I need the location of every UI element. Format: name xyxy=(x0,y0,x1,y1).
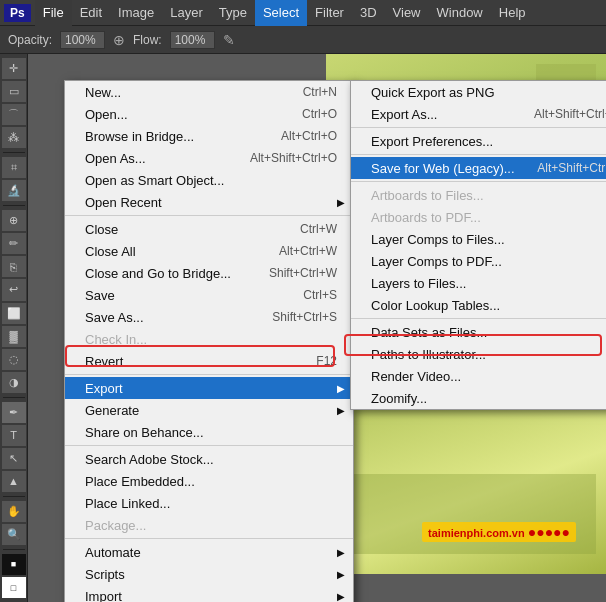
menu-image[interactable]: Image xyxy=(110,0,162,26)
tool-eyedropper[interactable]: 🔬 xyxy=(2,180,26,201)
menu-revert[interactable]: RevertF12 xyxy=(65,350,353,372)
secondary-bar: Opacity: 100% ⊕ Flow: 100% ✎ xyxy=(0,26,606,54)
export-layer-comps-pdf[interactable]: Layer Comps to PDF... xyxy=(351,250,606,272)
tool-stamp[interactable]: ⎘ xyxy=(2,256,26,277)
opacity-label: Opacity: xyxy=(8,33,52,47)
ps-logo: Ps xyxy=(4,4,31,22)
menu-3d[interactable]: 3D xyxy=(352,0,385,26)
export-preferences[interactable]: Export Preferences... xyxy=(351,130,606,152)
menu-scripts[interactable]: Scripts▶ xyxy=(65,563,353,585)
tool-zoom[interactable]: 🔍 xyxy=(2,524,26,545)
export-artboards-files: Artboards to Files... xyxy=(351,184,606,206)
export-save-for-web[interactable]: Save for Web (Legacy)...Alt+Shift+Ctrl+S xyxy=(351,157,606,179)
opacity-icon: ⊕ xyxy=(113,32,125,48)
menu-place-embedded[interactable]: Place Embedded... xyxy=(65,470,353,492)
tool-hand[interactable]: ✋ xyxy=(2,501,26,522)
tool-heal[interactable]: ⊕ xyxy=(2,210,26,231)
menu-import[interactable]: Import▶ xyxy=(65,585,353,602)
tool-move[interactable]: ✛ xyxy=(2,58,26,79)
tool-path-select[interactable]: ↖ xyxy=(2,448,26,469)
export-render-video[interactable]: Render Video... xyxy=(351,365,606,387)
menu-search-stock[interactable]: Search Adobe Stock... xyxy=(65,448,353,470)
flow-icon: ✎ xyxy=(223,32,235,48)
menu-new[interactable]: New...Ctrl+N xyxy=(65,81,353,103)
menu-export[interactable]: Export▶ xyxy=(65,377,353,399)
menu-save-as[interactable]: Save As...Shift+Ctrl+S xyxy=(65,306,353,328)
toolbar: ✛ ▭ ⌒ ⁂ ⌗ 🔬 ⊕ ✏ ⎘ ↩ ⬜ ▓ ◌ ◑ ✒ T ↖ ▲ ✋ 🔍 … xyxy=(0,54,28,602)
menu-filter[interactable]: Filter xyxy=(307,0,352,26)
tool-background-color[interactable]: □ xyxy=(2,577,26,598)
export-submenu: Quick Export as PNG Export As...Alt+Shif… xyxy=(350,80,606,410)
menu-share-behance[interactable]: Share on Behance... xyxy=(65,421,353,443)
tool-lasso[interactable]: ⌒ xyxy=(2,104,26,125)
menu-layer[interactable]: Layer xyxy=(162,0,211,26)
menu-browse-bridge[interactable]: Browse in Bridge...Alt+Ctrl+O xyxy=(65,125,353,147)
opacity-value[interactable]: 100% xyxy=(60,31,105,49)
menu-open-as[interactable]: Open As...Alt+Shift+Ctrl+O xyxy=(65,147,353,169)
tool-history[interactable]: ↩ xyxy=(2,279,26,300)
menu-open-smart[interactable]: Open as Smart Object... xyxy=(65,169,353,191)
main-area: ✛ ▭ ⌒ ⁂ ⌗ 🔬 ⊕ ✏ ⎘ ↩ ⬜ ▓ ◌ ◑ ✒ T ↖ ▲ ✋ 🔍 … xyxy=(0,54,606,602)
export-as[interactable]: Export As...Alt+Shift+Ctrl+W xyxy=(351,103,606,125)
menu-save[interactable]: SaveCtrl+S xyxy=(65,284,353,306)
menu-help[interactable]: Help xyxy=(491,0,534,26)
menu-bar: Ps File Edit Image Layer Type Select Fil… xyxy=(0,0,606,26)
tool-foreground-color[interactable]: ■ xyxy=(2,554,26,575)
menu-package: Package... xyxy=(65,514,353,536)
menu-file[interactable]: File xyxy=(35,0,72,26)
menu-open[interactable]: Open...Ctrl+O xyxy=(65,103,353,125)
menu-close-bridge[interactable]: Close and Go to Bridge...Shift+Ctrl+W xyxy=(65,262,353,284)
menu-window[interactable]: Window xyxy=(429,0,491,26)
export-zoomify[interactable]: Zoomify... xyxy=(351,387,606,409)
menu-close[interactable]: CloseCtrl+W xyxy=(65,218,353,240)
tool-brush[interactable]: ✏ xyxy=(2,233,26,254)
export-paths-illustrator[interactable]: Paths to Illustrator... xyxy=(351,343,606,365)
tool-select-rect[interactable]: ▭ xyxy=(2,81,26,102)
file-dropdown: New...Ctrl+N Open...Ctrl+O Browse in Bri… xyxy=(64,80,354,602)
menu-place-linked[interactable]: Place Linked... xyxy=(65,492,353,514)
menu-view[interactable]: View xyxy=(385,0,429,26)
watermark: taimienphi.com.vn ●●●●● xyxy=(422,522,576,542)
tool-pen[interactable]: ✒ xyxy=(2,402,26,423)
tool-dodge[interactable]: ◑ xyxy=(2,372,26,393)
canvas-area: taimienphi.com.vn ●●●●● New...Ctrl+N Ope… xyxy=(28,54,606,602)
menu-check-in: Check In... xyxy=(65,328,353,350)
export-color-lookup[interactable]: Color Lookup Tables... xyxy=(351,294,606,316)
tool-shape[interactable]: ▲ xyxy=(2,471,26,492)
menu-close-all[interactable]: Close AllAlt+Ctrl+W xyxy=(65,240,353,262)
export-artboards-pdf: Artboards to PDF... xyxy=(351,206,606,228)
tool-blur[interactable]: ◌ xyxy=(2,349,26,370)
menu-generate[interactable]: Generate▶ xyxy=(65,399,353,421)
export-layers-files[interactable]: Layers to Files... xyxy=(351,272,606,294)
tool-eraser[interactable]: ⬜ xyxy=(2,303,26,324)
menu-edit[interactable]: Edit xyxy=(72,0,110,26)
tool-magic-wand[interactable]: ⁂ xyxy=(2,127,26,148)
tool-gradient[interactable]: ▓ xyxy=(2,326,26,347)
flow-label: Flow: xyxy=(133,33,162,47)
tool-crop[interactable]: ⌗ xyxy=(2,157,26,178)
export-layer-comps-files[interactable]: Layer Comps to Files... xyxy=(351,228,606,250)
tool-type[interactable]: T xyxy=(2,425,26,446)
flow-value[interactable]: 100% xyxy=(170,31,215,49)
export-data-sets[interactable]: Data Sets as Files... xyxy=(351,321,606,343)
menu-open-recent[interactable]: Open Recent▶ xyxy=(65,191,353,213)
menu-select[interactable]: Select xyxy=(255,0,307,26)
menu-type[interactable]: Type xyxy=(211,0,255,26)
menu-automate[interactable]: Automate▶ xyxy=(65,541,353,563)
export-quick-png[interactable]: Quick Export as PNG xyxy=(351,81,606,103)
